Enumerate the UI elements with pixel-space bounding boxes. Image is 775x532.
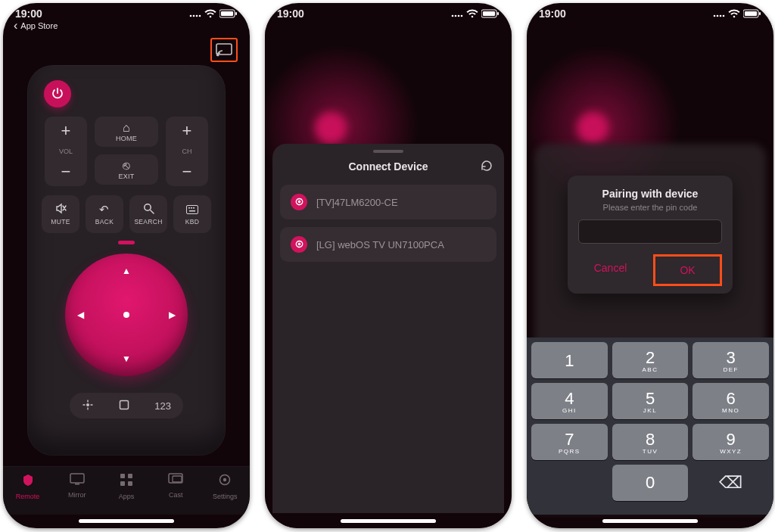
tab-apps[interactable]: Apps	[104, 473, 149, 500]
keypad-5[interactable]: 5JKL	[612, 383, 689, 419]
channel-rocker[interactable]: + CH −	[166, 117, 208, 186]
tab-cast-label: Cast	[169, 491, 183, 499]
signal-icon	[713, 10, 725, 17]
svg-rect-19	[120, 474, 125, 478]
pointer-mode-icon[interactable]	[82, 399, 94, 413]
svg-rect-14	[189, 210, 195, 212]
ch-down[interactable]: −	[182, 165, 192, 179]
dpad-right[interactable]: ▶	[169, 310, 176, 320]
svg-point-26	[223, 478, 226, 481]
keyboard-icon	[186, 204, 198, 216]
mute-button[interactable]: MUTE	[42, 195, 79, 233]
search-button[interactable]: SEARCH	[129, 195, 167, 233]
keypad-1[interactable]: 1	[531, 342, 608, 378]
keypad-8[interactable]: 8TUV	[612, 424, 689, 460]
dpad-ok[interactable]	[123, 312, 129, 318]
vol-down[interactable]: −	[61, 165, 71, 179]
signal-icon	[189, 10, 201, 17]
backspace-icon: ⌫	[719, 473, 742, 493]
status-time: 19:00	[539, 8, 566, 20]
mode-switch[interactable]: 123	[70, 393, 183, 418]
svg-point-28	[455, 15, 457, 17]
battery-icon	[481, 9, 500, 18]
svg-point-9	[144, 204, 150, 210]
keyboard-button[interactable]: KBD	[173, 195, 211, 233]
keypad-2[interactable]: 2ABC	[612, 342, 689, 378]
pin-code-input[interactable]	[578, 219, 722, 244]
ok-button[interactable]: OK	[653, 254, 722, 286]
mute-label: MUTE	[51, 218, 70, 226]
svg-point-36	[720, 15, 722, 17]
tab-cast[interactable]: Cast	[153, 473, 198, 499]
device-item-1[interactable]: ⦿ [LG] webOS TV UN7100PCA	[280, 227, 496, 262]
tab-mirror[interactable]: Mirror	[54, 473, 100, 499]
keypad-0[interactable]: 0	[612, 465, 689, 501]
vol-up[interactable]: +	[61, 124, 71, 138]
sheet-grabber[interactable]	[373, 150, 403, 153]
svg-point-27	[452, 15, 454, 17]
keypad-7[interactable]: 7PQRS	[531, 424, 608, 460]
dpad-down[interactable]: ▼	[122, 353, 131, 364]
ch-label: CH	[182, 148, 192, 155]
pairing-dialog: Pairing with device Please enter the pin…	[568, 176, 733, 294]
wifi-icon	[204, 9, 216, 18]
battery-icon	[219, 9, 238, 18]
svg-point-3	[199, 15, 201, 17]
status-time: 19:00	[15, 8, 42, 20]
mute-icon	[55, 203, 67, 216]
cast-target-highlight	[210, 38, 238, 62]
dpad-up[interactable]: ▲	[122, 266, 131, 276]
svg-rect-21	[120, 481, 125, 486]
volume-rocker[interactable]: + VOL −	[45, 117, 87, 186]
device-item-0[interactable]: ⦿ [TV]47LM6200-CE	[280, 185, 496, 219]
svg-rect-20	[128, 474, 132, 478]
lg-logo-icon: ⦿	[291, 194, 307, 210]
ch-up[interactable]: +	[182, 124, 192, 138]
keypad-9[interactable]: 9WXYZ	[693, 424, 769, 460]
dpad: ▲ ▼ ◀ ▶	[65, 254, 188, 376]
keypad-3[interactable]: 3DEF	[693, 342, 769, 378]
search-label: SEARCH	[134, 218, 162, 226]
touchpad-mode-icon[interactable]	[118, 399, 130, 413]
svg-point-1	[193, 15, 195, 17]
svg-point-30	[461, 15, 463, 17]
svg-rect-18	[75, 484, 79, 485]
svg-rect-32	[483, 11, 495, 16]
exit-button[interactable]: ⎋ EXIT	[95, 154, 158, 185]
svg-rect-23	[169, 474, 182, 483]
svg-rect-17	[70, 474, 84, 483]
refresh-icon[interactable]	[480, 159, 493, 175]
cancel-button[interactable]: Cancel	[578, 254, 643, 286]
tab-remote[interactable]: Remote	[5, 473, 51, 500]
wifi-icon	[466, 9, 478, 18]
home-label: HOME	[116, 135, 137, 142]
search-icon	[143, 203, 154, 216]
keypad-4[interactable]: 4GHI	[531, 383, 608, 419]
apps-tab-icon	[120, 473, 133, 490]
power-button[interactable]	[44, 80, 71, 107]
svg-point-8	[217, 54, 219, 57]
vol-label: VOL	[59, 148, 73, 155]
keypad-blank	[531, 465, 608, 501]
exit-label: EXIT	[118, 173, 134, 180]
dpad-left[interactable]: ◀	[77, 310, 84, 320]
tab-settings[interactable]: Settings	[202, 473, 247, 500]
svg-rect-24	[173, 476, 182, 482]
back-icon: ↶	[99, 203, 109, 216]
exit-icon: ⎋	[123, 159, 130, 173]
numpad-mode[interactable]: 123	[154, 400, 171, 412]
connect-device-sheet: Connect Device ⦿ [TV]47LM6200-CE ⦿ [LG] …	[272, 144, 504, 513]
cast-icon[interactable]	[216, 43, 232, 57]
drag-indicator	[118, 241, 135, 244]
back-to-app-store[interactable]: App Store	[3, 21, 250, 33]
keypad-backspace[interactable]: ⌫	[693, 465, 769, 501]
lg-logo-icon: ⦿	[291, 236, 307, 253]
cast-tab-icon	[168, 473, 183, 489]
svg-point-2	[196, 15, 198, 17]
svg-rect-13	[193, 207, 195, 209]
home-button[interactable]: ⌂ HOME	[95, 117, 158, 147]
svg-rect-39	[745, 11, 757, 16]
keypad-6[interactable]: 6MNO	[693, 383, 769, 419]
tab-settings-label: Settings	[213, 493, 238, 500]
back-button[interactable]: ↶ BACK	[86, 195, 123, 233]
